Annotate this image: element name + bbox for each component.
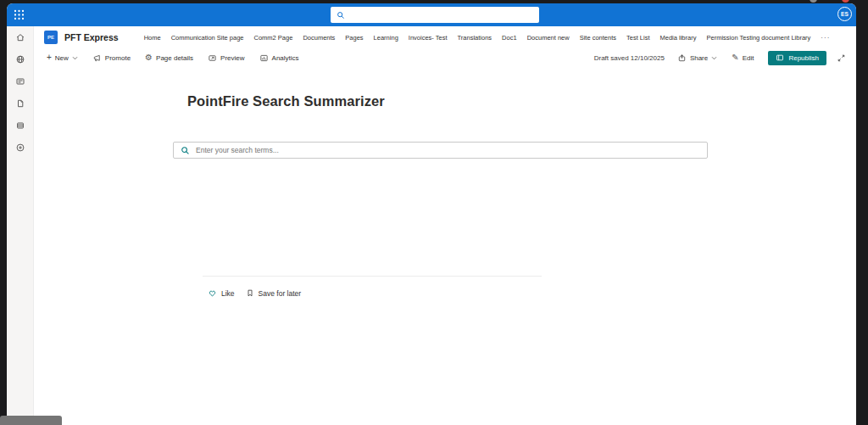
window-close-button[interactable] [842,0,849,3]
page-title: PointFire Search Summarizer [187,93,385,109]
republish-button[interactable]: Republish [768,51,826,65]
gear-icon: ⚙ [145,53,153,62]
edit-button[interactable]: ✎ Edit [732,53,754,62]
share-icon [677,53,687,63]
content-divider [203,276,542,277]
link-preview-tooltip [0,416,62,425]
chevron-down-icon [711,56,717,60]
site-title[interactable]: PFT Express [64,32,119,42]
like-heart-icon [208,288,217,298]
browser-window: ES [7,3,856,425]
window-control-button[interactable] [810,0,817,3]
nav-item-document-new[interactable]: Document new [527,34,570,42]
pencil-icon: ✎ [732,53,738,62]
suite-bar: ES [7,3,856,26]
appbar-news-button[interactable] [11,75,30,87]
home-icon [15,32,25,42]
nav-item-doc1[interactable]: Doc1 [502,34,517,42]
analytics-button[interactable]: Analytics [259,53,299,63]
nav-item-translations[interactable]: Translations [458,34,492,42]
summarizer-search-input[interactable] [196,146,700,154]
like-button[interactable]: Like [208,288,235,298]
nav-overflow-button[interactable]: ··· [821,34,830,42]
share-button-label: Share [690,54,708,62]
new-button[interactable]: + New [47,53,78,62]
app-bar [7,26,34,425]
suite-search-box[interactable] [331,7,539,23]
site-logo[interactable]: PE [44,31,58,44]
site-nav: Home Communication Site page Comm2 Page … [144,34,831,42]
appbar-files-button[interactable] [11,98,30,109]
appbar-home-button[interactable] [11,31,30,43]
plus-icon: + [47,53,52,62]
nav-item-communication-site-page[interactable]: Communication Site page [171,34,244,42]
site-header: PE PFT Express Home Communication Site p… [34,26,856,48]
nav-item-home[interactable]: Home [144,34,161,42]
preview-button[interactable]: Preview [208,53,244,63]
promote-button-label: Promote [105,54,131,62]
analytics-button-label: Analytics [272,54,299,62]
appbar-lists-button[interactable] [11,120,30,131]
page-details-button[interactable]: ⚙ Page details [145,53,193,62]
promote-button[interactable]: Promote [92,53,131,63]
nav-item-invoices-test[interactable]: Invoices- Test [409,34,448,42]
save-for-later-button[interactable]: Save for later [246,288,302,298]
nav-item-documents[interactable]: Documents [303,34,335,42]
fullscreen-expand-button[interactable] [837,53,846,63]
new-button-label: New [55,54,69,62]
page-details-button-label: Page details [156,54,193,62]
nav-item-test-list[interactable]: Test List [626,34,650,42]
nav-item-comm2-page[interactable]: Comm2 Page [254,34,293,42]
nav-item-permission-testing-document-library[interactable]: Permission Testing document Library [706,34,810,42]
nav-item-learning[interactable]: Learning [374,34,398,42]
share-button[interactable]: Share [677,53,717,63]
waffle-icon [14,9,25,20]
command-bar: + New Promote [34,48,856,67]
edit-button-label: Edit [743,54,754,62]
summarizer-search-box[interactable] [173,142,708,159]
like-button-label: Like [221,289,235,298]
account-avatar[interactable]: ES [837,7,852,21]
screen: ES [0,0,868,425]
chevron-down-icon [72,56,78,60]
publish-icon [776,53,784,62]
appbar-create-button[interactable] [11,142,30,154]
megaphone-icon [92,53,102,63]
app-launcher-button[interactable] [7,3,31,26]
create-plus-icon [15,143,25,153]
nav-item-pages[interactable]: Pages [345,34,363,42]
republish-button-label: Republish [788,54,819,62]
lists-icon [15,120,25,131]
globe-icon [15,54,25,64]
preview-icon [208,53,217,63]
expand-diagonal-icon [837,53,846,63]
engagement-bar: Like Save for later [208,288,301,298]
analytics-chart-icon [259,53,269,63]
news-icon [15,76,25,87]
draft-status: Draft saved 12/10/2025 [594,54,665,62]
nav-item-site-contents[interactable]: Site contents [580,34,616,42]
preview-button-label: Preview [220,54,244,62]
appbar-my-sites-button[interactable] [11,53,30,65]
page-canvas: PointFire Search Summarizer [34,67,856,425]
file-icon [15,98,25,109]
bookmark-icon [246,288,254,298]
suite-search-input[interactable] [349,11,533,20]
search-icon [337,11,345,20]
nav-item-media-library[interactable]: Media library [660,34,697,42]
search-icon [181,146,190,155]
save-for-later-label: Save for later [259,289,302,298]
